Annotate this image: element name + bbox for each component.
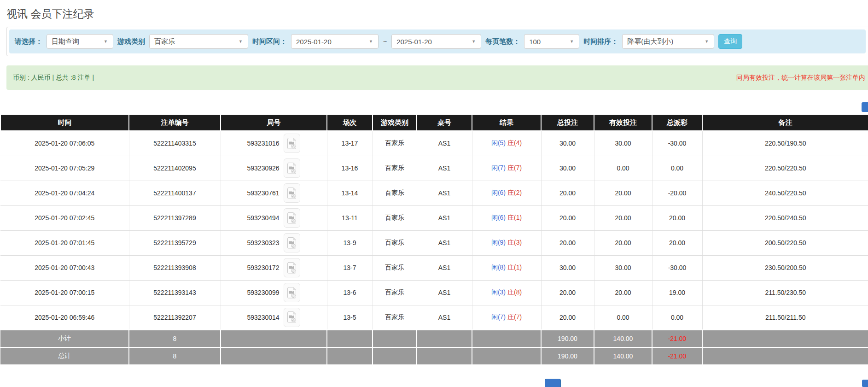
chevron-down-icon[interactable]: ▼: [236, 37, 245, 47]
cell-game-type: 百家乐: [373, 230, 417, 255]
summary-empty: [472, 347, 541, 365]
cell-session: 13-14: [327, 181, 373, 205]
page-size-select[interactable]: 100 ▼: [524, 34, 579, 49]
cell-valid-bet: 30.00: [594, 255, 652, 280]
video-replay-button[interactable]: [284, 183, 300, 203]
chevron-down-icon[interactable]: ▼: [367, 37, 375, 47]
cell-session: 13-16: [327, 156, 373, 181]
cell-total-bet[interactable]: 20.00: [541, 280, 594, 305]
result-banker: 庄(3): [507, 239, 522, 246]
video-replay-icon: [287, 237, 297, 249]
summary-label: 小计: [0, 330, 129, 347]
cell-total-bet[interactable]: 20.00: [541, 305, 594, 330]
chevron-down-icon[interactable]: ▼: [469, 37, 478, 47]
cell-result: 闲(6)庄(2): [472, 181, 541, 205]
round-number: 593230323: [247, 239, 280, 246]
summary-empty: [373, 330, 417, 347]
summary-valid-bet: 140.00: [594, 330, 652, 347]
chevron-down-icon[interactable]: ▼: [702, 37, 711, 47]
cell-session: 13-17: [327, 131, 373, 156]
cell-table-number: AS1: [417, 205, 472, 230]
cell-round-number: 593230926: [221, 156, 327, 181]
cell-total-bet[interactable]: 20.00: [541, 181, 594, 205]
cell-total-bet[interactable]: 30.00: [541, 255, 594, 280]
cell-payout: -30.00: [652, 255, 702, 280]
summary-empty: [327, 347, 373, 365]
cell-bet-number: 522211395729: [129, 230, 221, 255]
floating-action-button-clipped[interactable]: [862, 102, 868, 112]
date-to-input[interactable]: 2025-01-20 ▼: [391, 34, 481, 49]
time-sort-select[interactable]: 降幂(由大到小) ▼: [622, 34, 714, 49]
cell-table-number: AS1: [417, 131, 472, 156]
summary-count: 8: [129, 330, 221, 347]
table-row: 2025-01-20 07:05:29 522211402095 5932309…: [0, 156, 868, 181]
cell-total-bet[interactable]: 30.00: [541, 131, 594, 156]
time-sort-value: 降幂(由大到小): [627, 37, 699, 46]
cell-time: 2025-01-20 07:01:45: [0, 230, 129, 255]
result-banker: 庄(7): [507, 313, 522, 321]
game-type-select[interactable]: 百家乐 ▼: [149, 34, 248, 49]
video-replay-button[interactable]: [284, 208, 300, 228]
result-banker: 庄(1): [507, 214, 522, 221]
round-number: 593230494: [247, 214, 280, 222]
video-replay-button[interactable]: [284, 258, 300, 277]
video-replay-button[interactable]: [284, 233, 300, 252]
cell-round-number: 593230761: [221, 181, 327, 205]
cell-table-number: AS1: [417, 230, 472, 255]
query-type-select[interactable]: 日期查询 ▼: [47, 34, 113, 49]
search-button[interactable]: 查询: [718, 34, 742, 49]
cell-round-number: 593230323: [221, 230, 327, 255]
summary-empty: [702, 330, 868, 347]
cell-result: 闲(6)庄(1): [472, 205, 541, 230]
summary-valid-bet: 140.00: [594, 347, 652, 365]
table-header-row: 时间注单编号局号场次游戏类别桌号结果总投注有效投注总派彩备注: [0, 114, 868, 131]
cell-total-bet[interactable]: 20.00: [541, 230, 594, 255]
chevron-down-icon[interactable]: ▼: [101, 37, 110, 47]
cell-remark: 211.50/230.50: [702, 280, 868, 305]
cell-game-type: 百家乐: [373, 181, 417, 205]
cell-total-bet[interactable]: 20.00: [541, 205, 594, 230]
video-replay-button[interactable]: [284, 308, 300, 327]
date-from-input[interactable]: 2025-01-20 ▼: [291, 34, 379, 49]
video-replay-icon: [287, 137, 297, 150]
cell-round-number: 593230099: [221, 280, 327, 305]
round-number: 593230099: [247, 289, 280, 296]
cell-remark: 200.50/220.50: [702, 230, 868, 255]
cell-session: 13-9: [327, 230, 373, 255]
chevron-down-icon[interactable]: ▼: [567, 37, 576, 47]
cell-total-bet[interactable]: 30.00: [541, 156, 594, 181]
video-replay-icon: [287, 311, 297, 323]
result-player: 闲(6): [491, 214, 506, 221]
cell-time: 2025-01-20 07:06:05: [0, 131, 129, 156]
cell-bet-number: 522211397289: [129, 205, 221, 230]
cell-bet-number: 522211393143: [129, 280, 221, 305]
video-replay-icon: [287, 262, 297, 274]
cell-payout: -30.00: [652, 131, 702, 156]
cell-result: 闲(8)庄(1): [472, 255, 541, 280]
summary-payout: -21.00: [652, 330, 702, 347]
game-type-value: 百家乐: [154, 37, 233, 46]
result-banker: 庄(2): [507, 189, 522, 196]
cell-game-type: 百家乐: [373, 156, 417, 181]
column-header: 桌号: [417, 114, 472, 131]
cell-round-number: 593230494: [221, 205, 327, 230]
cell-valid-bet: 20.00: [594, 181, 652, 205]
cell-round-number: 593230014: [221, 305, 327, 330]
cell-remark: 220.50/220.50: [702, 156, 868, 181]
cell-game-type: 百家乐: [373, 280, 417, 305]
cell-payout: -20.00: [652, 181, 702, 205]
video-replay-button[interactable]: [284, 283, 300, 302]
result-banker: 庄(1): [507, 264, 522, 271]
cell-payout: 19.00: [652, 280, 702, 305]
floating-action-button-clipped[interactable]: [862, 380, 868, 387]
video-replay-button[interactable]: [284, 158, 300, 178]
pagination-page-button-clipped[interactable]: [545, 379, 561, 387]
cell-payout: 20.00: [652, 205, 702, 230]
cell-table-number: AS1: [417, 280, 472, 305]
summary-empty: [472, 330, 541, 347]
result-player: 闲(8): [491, 264, 506, 271]
cell-remark: 211.50/211.50: [702, 305, 868, 330]
result-player: 闲(9): [491, 239, 506, 246]
video-replay-button[interactable]: [284, 134, 300, 153]
cell-game-type: 百家乐: [373, 255, 417, 280]
